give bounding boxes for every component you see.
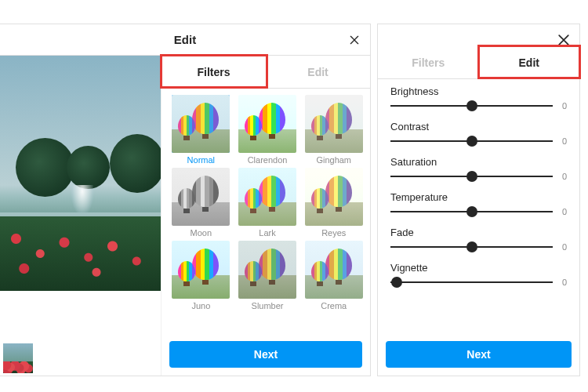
filter-item-moon[interactable]: Moon bbox=[169, 168, 233, 238]
filters-column: Filters Edit NormalClarendonGinghamMoonL… bbox=[161, 56, 370, 376]
filter-label: Crema bbox=[321, 301, 347, 310]
adjustment-vignette: Vignette0 bbox=[390, 262, 567, 288]
slider[interactable] bbox=[390, 171, 553, 182]
filter-item-normal[interactable]: Normal bbox=[169, 95, 233, 165]
filter-thumb bbox=[305, 168, 363, 226]
adjustment-label: Saturation bbox=[390, 156, 567, 168]
filter-thumb bbox=[305, 95, 363, 153]
slider[interactable] bbox=[390, 241, 553, 252]
filter-item-crema[interactable]: Crema bbox=[302, 241, 365, 310]
filter-thumb bbox=[172, 95, 230, 153]
filter-item-lark[interactable]: Lark bbox=[236, 168, 299, 238]
filter-thumb bbox=[238, 168, 296, 226]
adjustments-list: Brightness0Contrast0Saturation0Temperatu… bbox=[378, 79, 579, 336]
filter-label: Clarendon bbox=[248, 155, 288, 165]
filter-item-gingham[interactable]: Gingham bbox=[302, 95, 365, 165]
slider-value: 0 bbox=[559, 242, 567, 252]
tab-filters[interactable]: Filters bbox=[378, 46, 478, 79]
slider[interactable] bbox=[390, 277, 553, 288]
filter-thumb bbox=[172, 241, 230, 299]
filters-dialog: Edit bbox=[0, 24, 371, 376]
thumbnail[interactable] bbox=[3, 343, 33, 373]
filter-thumb bbox=[172, 168, 230, 226]
filters-scroll[interactable]: NormalClarendonGinghamMoonLarkReyesJunoS… bbox=[162, 89, 370, 336]
thumbnail-strip bbox=[0, 340, 161, 376]
slider-value: 0 bbox=[559, 101, 567, 111]
filter-label: Gingham bbox=[316, 155, 351, 165]
next-button[interactable]: Next bbox=[386, 341, 572, 368]
slider-value: 0 bbox=[559, 172, 567, 181]
filter-item-slumber[interactable]: Slumber bbox=[236, 241, 299, 310]
tabs: Filters Edit bbox=[162, 56, 370, 89]
slider[interactable] bbox=[390, 206, 553, 217]
filter-label: Moon bbox=[191, 228, 212, 238]
tab-edit[interactable]: Edit bbox=[479, 46, 579, 79]
preview-column bbox=[0, 56, 161, 376]
close-button[interactable] bbox=[347, 32, 362, 48]
dialog-title: Edit bbox=[174, 33, 196, 46]
close-icon bbox=[556, 32, 572, 48]
adjustment-saturation: Saturation0 bbox=[390, 156, 567, 182]
filter-label: Reyes bbox=[321, 228, 346, 238]
filter-label: Juno bbox=[191, 301, 210, 310]
filter-label: Lark bbox=[259, 228, 275, 238]
filter-item-clarendon[interactable]: Clarendon bbox=[236, 95, 299, 165]
slider-value: 0 bbox=[559, 207, 567, 216]
close-icon bbox=[348, 34, 361, 46]
filter-label: Normal bbox=[187, 155, 215, 165]
slider-value: 0 bbox=[559, 278, 567, 287]
image-preview bbox=[0, 56, 161, 291]
edit-dialog: Filters Edit Brightness0Contrast0Saturat… bbox=[377, 24, 580, 376]
adjustment-temperature: Temperature0 bbox=[390, 191, 567, 217]
tab-edit[interactable]: Edit bbox=[266, 56, 370, 89]
adjustment-label: Brightness bbox=[390, 85, 567, 97]
filter-item-reyes[interactable]: Reyes bbox=[302, 168, 365, 238]
adjustment-brightness: Brightness0 bbox=[390, 85, 567, 111]
adjustment-label: Temperature bbox=[390, 191, 567, 203]
adjustment-label: Contrast bbox=[390, 121, 567, 132]
close-button[interactable] bbox=[556, 32, 572, 48]
adjustment-label: Vignette bbox=[390, 262, 567, 274]
tabs: Filters Edit bbox=[378, 46, 579, 79]
adjustment-fade: Fade0 bbox=[390, 227, 567, 252]
tab-filters[interactable]: Filters bbox=[162, 56, 266, 89]
slider[interactable] bbox=[390, 136, 553, 147]
filter-thumb bbox=[238, 241, 296, 299]
filter-label: Slumber bbox=[252, 301, 284, 310]
filter-item-juno[interactable]: Juno bbox=[169, 241, 233, 310]
adjustment-contrast: Contrast0 bbox=[390, 121, 567, 147]
slider-value: 0 bbox=[559, 136, 567, 146]
dialog-header: Edit bbox=[0, 24, 370, 56]
slider[interactable] bbox=[390, 100, 553, 111]
filter-thumb bbox=[305, 241, 363, 299]
next-button[interactable]: Next bbox=[169, 341, 362, 368]
adjustment-label: Fade bbox=[390, 227, 567, 238]
filter-thumb bbox=[238, 95, 296, 153]
